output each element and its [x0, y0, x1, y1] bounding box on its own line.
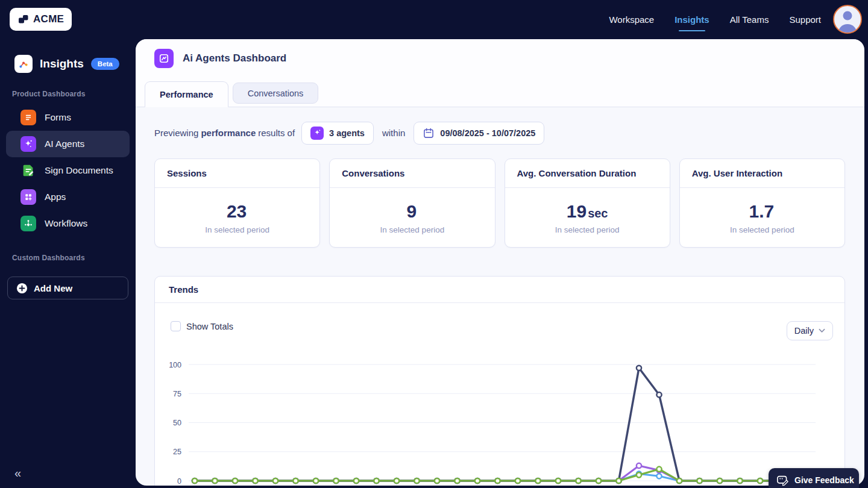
sidebar-item-workflows[interactable]: Workflows	[6, 210, 130, 237]
filter-text: Previewingperformanceresults of	[154, 128, 295, 138]
stat-card-sessions: Sessions 23 In selected period	[154, 158, 320, 248]
dashboard-icon	[154, 49, 174, 68]
sidebar-item-label: Workflows	[45, 218, 87, 229]
sidebar-item-apps[interactable]: Apps	[6, 184, 130, 210]
svg-text:25: 25	[173, 448, 181, 456]
svg-text:100: 100	[169, 361, 181, 369]
sidebar-app-header: Insights Beta	[0, 39, 136, 73]
agents-selector-button[interactable]: 3 agents	[301, 122, 374, 145]
add-new-label: Add New	[34, 283, 72, 293]
sidebar: Insights Beta Product Dashboards Forms A…	[0, 39, 136, 488]
stat-title: Sessions	[155, 159, 319, 188]
trends-card: Trends Show Totals Daily 0255075100	[154, 276, 845, 486]
within-label: within	[382, 128, 405, 138]
sidebar-item-label: Apps	[45, 192, 66, 202]
trends-title: Trends	[155, 277, 844, 303]
stat-subtitle: In selected period	[380, 225, 445, 234]
interval-label: Daily	[794, 326, 814, 336]
svg-text:50: 50	[173, 419, 181, 427]
nav-link-workspace[interactable]: Workspace	[609, 14, 654, 25]
show-totals-checkbox[interactable]	[171, 321, 181, 331]
give-feedback-button[interactable]: Give Feedback	[769, 468, 859, 488]
feedback-label: Give Feedback	[794, 475, 854, 485]
main-content: Ai Agents Dashboard Performance Conversa…	[136, 39, 864, 486]
stat-subtitle: In selected period	[205, 225, 269, 234]
stat-subtitle: In selected period	[730, 225, 794, 234]
feedback-icon	[776, 475, 789, 486]
stat-title: Avg. User Interaction	[680, 159, 844, 188]
agents-sparkle-icon	[310, 127, 324, 140]
nav-link-insights[interactable]: Insights	[675, 14, 709, 25]
stat-value: 1.7	[749, 201, 776, 221]
stat-value: 9	[407, 201, 418, 221]
show-totals-toggle[interactable]: Show Totals	[171, 321, 233, 331]
date-range-label: 09/08/2025 - 10/07/2025	[440, 128, 535, 138]
nav-link-all-teams[interactable]: All Teams	[730, 14, 769, 25]
show-totals-label: Show Totals	[186, 322, 233, 331]
sidebar-item-ai-agents[interactable]: AI Agents	[6, 131, 130, 157]
stat-card-avg-interaction: Avg. User Interaction 1.7 In selected pe…	[679, 158, 845, 248]
screen: ACME Workspace Insights All Teams Suppor…	[0, 0, 868, 488]
add-new-button[interactable]: Add New	[7, 277, 128, 299]
sidebar-item-label: AI Agents	[45, 139, 84, 149]
chevron-down-icon	[819, 328, 825, 333]
user-avatar[interactable]	[833, 5, 862, 34]
sidebar-item-label: Sign Documents	[45, 165, 113, 176]
filter-row: Previewingperformanceresults of 3 agents…	[154, 107, 544, 158]
ai-agents-icon	[20, 136, 36, 152]
stat-subtitle: In selected period	[555, 225, 620, 234]
stat-title: Conversations	[330, 159, 494, 188]
plus-circle-icon	[16, 283, 28, 294]
stats-row: Sessions 23 In selected period Conversat…	[154, 158, 845, 248]
stat-title: Avg. Conversation Duration	[505, 159, 670, 188]
calendar-icon	[423, 127, 435, 139]
sidebar-collapse-icon[interactable]: «	[14, 467, 21, 479]
page-title: Ai Agents Dashboard	[183, 52, 286, 64]
tab-conversations[interactable]: Conversations	[233, 83, 319, 104]
workflows-icon	[20, 216, 36, 231]
apps-icon	[20, 189, 36, 205]
stat-value: 23	[227, 201, 248, 221]
agents-button-label: 3 agents	[329, 128, 365, 138]
dashboard-header: Ai Agents Dashboard Performance Conversa…	[136, 39, 864, 107]
person-icon	[834, 6, 861, 33]
acme-logo-icon	[17, 13, 30, 25]
insights-app-icon	[14, 55, 33, 73]
custom-dashboards-label: Custom Dashboards	[0, 237, 136, 268]
tab-performance[interactable]: Performance	[145, 81, 228, 107]
sidebar-item-sign-documents[interactable]: Sign Documents	[6, 157, 130, 184]
product-dashboards-label: Product Dashboards	[0, 73, 136, 104]
stat-value: 19sec	[567, 201, 608, 221]
interval-select[interactable]: Daily	[787, 321, 833, 340]
svg-text:0: 0	[177, 477, 181, 486]
sidebar-item-forms[interactable]: Forms	[6, 104, 130, 131]
trends-chart: 0255075100	[155, 277, 846, 486]
sign-documents-icon	[20, 163, 36, 178]
top-nav: Workspace Insights All Teams Support	[609, 0, 821, 39]
svg-text:75: 75	[173, 390, 181, 398]
acme-logo[interactable]: ACME	[10, 8, 72, 31]
acme-logo-text: ACME	[33, 13, 64, 25]
sidebar-app-title: Insights	[40, 57, 84, 70]
stat-card-conversations: Conversations 9 In selected period	[329, 158, 495, 248]
sidebar-item-label: Forms	[45, 112, 71, 123]
forms-icon	[20, 110, 36, 125]
nav-link-support[interactable]: Support	[789, 14, 821, 25]
stat-card-avg-duration: Avg. Conversation Duration 19sec In sele…	[505, 158, 670, 248]
beta-badge: Beta	[91, 58, 119, 70]
tab-bar: Performance Conversations	[145, 81, 318, 107]
date-range-button[interactable]: 09/08/2025 - 10/07/2025	[414, 122, 544, 145]
